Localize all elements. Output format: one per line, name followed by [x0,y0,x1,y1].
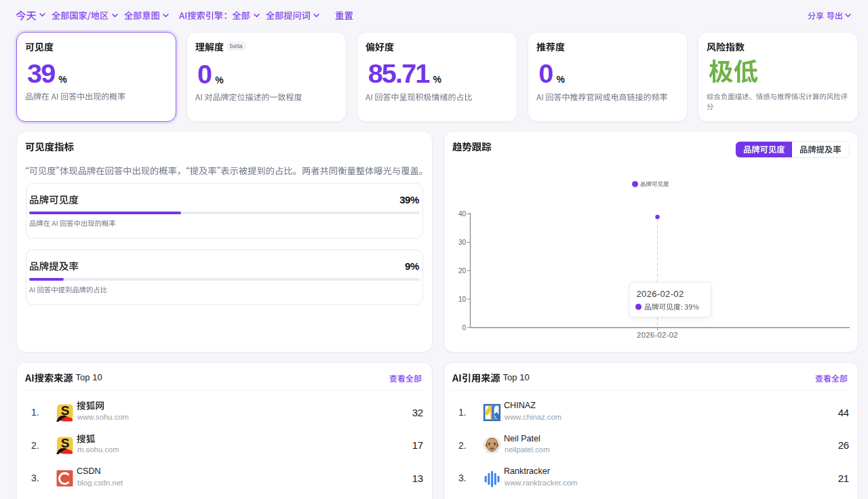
svg-text:S: S [60,436,69,450]
svg-text:2026-02-02: 2026-02-02 [637,331,678,339]
svg-text:0: 0 [462,324,466,332]
svg-text:30: 30 [458,239,467,246]
svg-text:10: 10 [458,296,467,303]
svg-text:40: 40 [458,210,467,218]
svg-text:20: 20 [458,267,467,275]
svg-text:S: S [60,403,69,418]
